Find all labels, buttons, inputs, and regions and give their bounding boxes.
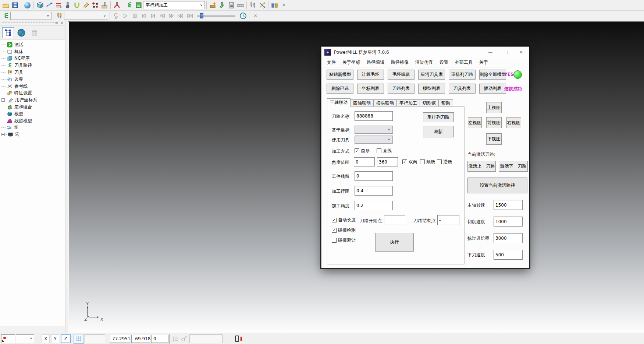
pause-icon[interactable] xyxy=(130,11,139,21)
tab-saw[interactable]: 切割锯 xyxy=(420,99,439,107)
tree-item-patterns[interactable]: 参考线 xyxy=(1,83,65,90)
auto-length-checkbox[interactable] xyxy=(332,218,337,222)
stock-input[interactable] xyxy=(355,171,393,181)
tree-item-active[interactable]: 激活 xyxy=(1,41,65,48)
set-active-path-button[interactable]: 设置当前激活路径 xyxy=(467,178,527,193)
tree-item-groups[interactable]: 组 xyxy=(1,124,65,131)
transform-icon[interactable] xyxy=(257,0,267,10)
tab-help[interactable]: 帮助 xyxy=(439,99,453,107)
block-edit-button[interactable]: 毛坯编辑 xyxy=(388,70,414,80)
toolpath-strategy-icon[interactable] xyxy=(45,0,54,10)
toolpath-icon[interactable] xyxy=(125,0,134,10)
use-tool-select[interactable] xyxy=(355,136,393,144)
tree-item-macros[interactable]: 宏 xyxy=(1,131,65,138)
menu-external-tools[interactable]: 外部工具 xyxy=(452,59,476,66)
tab-4axis[interactable]: 四轴联动 xyxy=(351,99,374,107)
ruler-icon[interactable] xyxy=(236,0,245,10)
tool-pair-icon[interactable] xyxy=(248,0,257,10)
pattern-points-icon[interactable] xyxy=(90,0,100,10)
maximize-button[interactable] xyxy=(498,47,513,58)
clock-icon[interactable] xyxy=(238,11,248,21)
toolpath-name-input[interactable] xyxy=(355,111,393,121)
toolbox-new-icon[interactable] xyxy=(208,0,217,10)
stepover-input[interactable] xyxy=(355,186,393,196)
tool-list-button[interactable]: 刀具列表 xyxy=(449,84,476,94)
axis-y-button[interactable]: Y xyxy=(51,334,59,343)
strategy-form-icon[interactable] xyxy=(134,0,143,10)
close-button[interactable]: ✕ xyxy=(513,47,529,58)
tool-holder-icon[interactable] xyxy=(112,0,121,10)
close-icon[interactable]: ✕ xyxy=(251,11,260,21)
fast-forward-icon[interactable] xyxy=(167,11,176,21)
step-forward-icon[interactable] xyxy=(148,11,157,21)
tolerance-field[interactable] xyxy=(189,334,223,343)
cursor-z-value[interactable]: 0 xyxy=(151,335,168,343)
block-icon[interactable] xyxy=(35,0,45,10)
menu-about-coords[interactable]: 关于坐标 xyxy=(339,59,363,66)
block-tool-icon[interactable] xyxy=(100,0,109,10)
globe-icon[interactable] xyxy=(15,27,27,38)
model-list-button[interactable]: 模型列表 xyxy=(418,84,445,94)
expand-icon[interactable] xyxy=(1,133,5,136)
open-file-icon[interactable] xyxy=(1,0,10,10)
curve-edit-icon[interactable] xyxy=(81,0,90,10)
snapshot-button[interactable] xyxy=(1,334,15,343)
tool-dropdown[interactable] xyxy=(64,12,108,20)
model-tree-icon[interactable] xyxy=(2,27,14,38)
minimize-button[interactable] xyxy=(483,47,498,58)
rearrange-toolpaths-button[interactable]: 重排列刀路 xyxy=(449,70,476,80)
expand-icon[interactable] xyxy=(1,98,5,102)
collision-check-icon[interactable] xyxy=(72,0,81,10)
strategy-dropdown[interactable]: 平行精加工 xyxy=(143,1,205,9)
float-close-icons[interactable]: ⊡ ✕ xyxy=(55,21,64,25)
save-file-icon[interactable] xyxy=(10,0,19,10)
tree-item-boundaries[interactable]: 边界 xyxy=(1,76,65,83)
menu-render-sim[interactable]: 渲染仿真 xyxy=(412,59,436,66)
tree-item-nc-programs[interactable]: NC程序 xyxy=(1,55,65,62)
bottom-view-button[interactable]: 下视图 xyxy=(486,133,502,145)
grid-size-field[interactable] xyxy=(85,334,105,343)
menu-about[interactable]: 关于 xyxy=(476,59,491,66)
axis-x-button[interactable]: X xyxy=(42,334,50,343)
tree-item-stock-models[interactable]: 残留模型 xyxy=(1,117,65,124)
start-point-input[interactable] xyxy=(384,215,405,225)
toolpath-dropdown[interactable] xyxy=(10,12,51,20)
execute-button[interactable]: 执行 xyxy=(375,233,414,252)
dialog-titlebar[interactable]: ✦ PowerMILL 忆梦星河 7.0.6 ✕ xyxy=(321,47,529,58)
calculator-icon[interactable] xyxy=(227,0,236,10)
tree-item-tools[interactable]: 刀具 xyxy=(1,69,65,76)
tree-item-workplanes[interactable]: 用户坐标系 xyxy=(1,96,65,103)
tree-item-models[interactable]: 模型 xyxy=(1,110,65,117)
toolpath-list-button[interactable]: 刀路列表 xyxy=(388,84,414,94)
tree-item-machine[interactable]: 机床 xyxy=(1,48,65,55)
tab-parallel[interactable]: 平行加工 xyxy=(397,99,420,107)
delete-all-models-button[interactable]: 删除全部模型 xyxy=(479,70,506,80)
step-back-icon[interactable] xyxy=(139,11,148,21)
skim-feed-input[interactable] xyxy=(494,233,523,243)
bidirectional-checkbox[interactable] xyxy=(402,159,407,164)
tree-item-levels-sets[interactable]: 层和组合 xyxy=(1,103,65,110)
paste-new-model-button[interactable]: 粘贴新模型 xyxy=(327,70,353,80)
light-icon[interactable] xyxy=(111,11,121,21)
activate-next-button[interactable]: 激活下一刀路 xyxy=(499,161,528,172)
tab-3axis[interactable]: 三轴联动 xyxy=(327,98,351,107)
angle-end-input[interactable] xyxy=(377,157,398,166)
grid-button[interactable] xyxy=(74,334,84,344)
menu-file[interactable]: 文件 xyxy=(324,59,339,66)
collision-avoid-checkbox[interactable] xyxy=(332,238,337,243)
close-icon[interactable]: ✕ xyxy=(279,0,288,10)
cutting-feed-input[interactable] xyxy=(494,217,523,227)
tree-item-feature-sets[interactable]: 特征设置 xyxy=(1,90,65,97)
cursor-y-value[interactable]: -69.918 xyxy=(131,335,150,343)
right-view-button[interactable]: 右视图 xyxy=(506,117,521,128)
cursor-x-value[interactable]: 77.2951 xyxy=(110,335,130,343)
explorer-dock-strip[interactable]: ⊡ ✕ xyxy=(0,21,65,26)
plunge-feed-input[interactable] xyxy=(494,250,523,260)
calc-block-button[interactable]: 计算毛坯 xyxy=(357,70,384,80)
delete-selected-button[interactable]: 删除已选 xyxy=(327,84,353,94)
device-status-icon[interactable] xyxy=(235,336,242,342)
rearrange-button[interactable]: 重排列刀路 xyxy=(423,112,454,122)
coord-list-button[interactable]: 坐标列表 xyxy=(357,84,384,94)
recycle-bin-icon[interactable] xyxy=(29,27,40,38)
leads-links-icon[interactable] xyxy=(54,0,63,10)
